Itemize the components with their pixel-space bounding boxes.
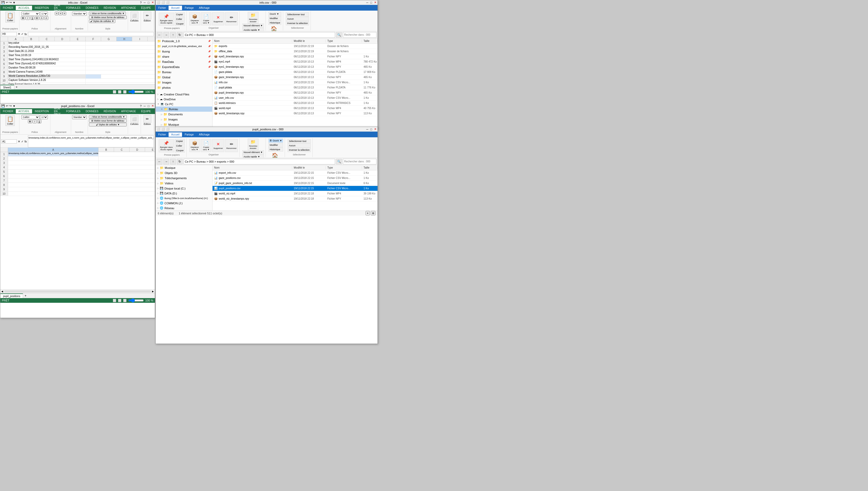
excel2-view-page[interactable]: ⬜ [118,299,121,302]
exp1-ouvrir-btn[interactable]: Ouvrir ▼ [268,12,282,16]
exp2-pin-btn[interactable]: 📌 Épingler dansAccès rapide [159,139,174,152]
exp1-maximize-btn[interactable]: □ [370,1,372,4]
exp1-sidebar-bureau2[interactable]: ▼ 📁 Bureau [156,107,212,112]
exp2-file-pupilgaze[interactable]: 📝pupil_gaze_positions_info.txt 19/11/201… [212,181,377,186]
exp2-tab-accueil[interactable]: Accueil [169,133,182,137]
excel1-view-layout[interactable]: ⬜ [123,90,127,94]
exp1-selectall-btn[interactable]: Sélectionner tout [286,12,309,17]
exp1-copievers-btn[interactable]: 📄 Copiervers ▼ [201,12,211,25]
excel1-qa-dropdown[interactable]: ▼ [13,1,16,4]
exp2-sidebar-videos[interactable]: ▷ 📁 Vidéos [156,181,212,186]
exp2-minimize-btn[interactable]: ─ [366,128,369,131]
excel1-cell-A8[interactable]: World Camera Frames,14348 [8,70,86,75]
excel2-cell-A6[interactable] [8,174,98,178]
excel2-tab-equipe[interactable]: ÉQUIPE [139,109,153,114]
excel1-tab-equipe[interactable]: ÉQUIPE [139,6,153,10]
exp1-file-pupilpld[interactable]: 📄pupil.pldata 06/11/2018 10:13 Fichier P… [212,85,377,90]
exp1-couper-btn[interactable]: Couper [175,22,185,26]
excel1-add-sheet[interactable]: + [14,85,19,89]
exp1-file-intrinsics[interactable]: 📋world.intrinsics 06/11/2018 10:13 Fichi… [212,100,377,106]
exp1-col-name[interactable]: Nom [212,39,292,42]
excel2-italic-btn[interactable]: I [33,120,37,123]
exp2-copy-btn[interactable]: Copier [175,139,185,143]
excel2-cellstyle-btn[interactable]: 🖌 Styles de cellules ▼ [89,123,127,126]
excel1-cell-A9[interactable]: World Camera Resolution,1280x720 [8,75,86,79]
exp1-supprimer-btn[interactable]: ✕ Supprimer [212,12,224,25]
exp2-forward-btn[interactable]: → [164,159,169,165]
excel2-minimize-btn[interactable]: ─ [144,105,146,108]
excel1-col-H[interactable]: H [117,37,132,41]
excel2-table-btn[interactable]: ⊞ Mettre sous forme de tableau ▼ [89,119,127,122]
excel1-undo-icon[interactable]: ↩ [6,1,8,4]
excel1-align-left[interactable]: ≡ [55,12,58,15]
excel2-formula-func[interactable]: fx [25,140,27,143]
excel1-cell-style-btn[interactable]: 🖌 Styles de cellules ▼ [89,20,115,23]
excel1-cell-A5[interactable]: Start Time (System),15414951119.9634922 [8,58,86,62]
excel2-col-C[interactable]: C [114,148,129,152]
excel1-cell-H9[interactable] [86,75,101,79]
excel1-minimize-btn[interactable]: ─ [144,1,146,4]
excel2-fontsize-select[interactable]: 11 [40,115,48,119]
excel1-maximize-btn[interactable]: □ [148,1,149,4]
excel1-tab-affichage[interactable]: AFFICHAGE [119,6,139,10]
exp1-back-btn[interactable]: ← [157,32,163,38]
exp1-sidebar-photos[interactable]: 📁 photos [156,85,212,90]
exp2-sidebar-reseau[interactable]: ▷ 🌐 Réseau [156,206,212,210]
excel1-redo-icon[interactable]: ↪ [9,1,12,4]
excel2-view-layout[interactable]: ⬜ [123,299,127,302]
excel2-cell-A7[interactable] [8,178,98,182]
exp2-move-btn[interactable]: 📦 Déplacervers ▼ [189,139,200,152]
exp2-file-exportinfo[interactable]: 📊export_info.csv 19/11/2018 22:15 Fichie… [212,170,377,176]
exp1-refresh-btn[interactable]: ↻ [177,32,182,38]
exp1-sidebar-images[interactable]: 📁 Images [156,80,212,85]
exp1-sidebar-bureau[interactable]: 📁 Bureau [156,69,212,75]
excel2-conditional-btn[interactable]: ↕ Mise en forme conditionnelle ▼ [89,115,127,119]
exp2-newdossier-btn[interactable]: 📁 Nouveaudossier [248,139,259,150]
excel2-col-E[interactable]: E [145,148,155,152]
excel1-bold-btn[interactable]: B [21,16,25,20]
exp1-sidebar-cloud[interactable]: ▷ ☁ Creative Cloud Files [156,92,212,97]
exp2-nouvel-btn[interactable]: Nouvel élément ▼ [242,150,264,154]
excel1-font-select[interactable]: Calibri [22,12,39,16]
exp2-back-btn[interactable]: ← [157,159,163,165]
exp2-search-btn[interactable]: 🔍 [336,159,342,165]
excel1-col-E[interactable]: E [70,37,86,41]
exp1-minimize-btn[interactable]: ─ [366,1,369,4]
excel1-col-I[interactable]: I [132,37,148,41]
excel1-tab-fichier[interactable]: FICHIER [0,6,16,10]
exp1-sidebar-documents[interactable]: ▷ 📁 Documents [156,112,212,117]
excel1-tab-insertion[interactable]: INSERTION [32,6,51,10]
exp2-qa-2[interactable]: ⬜ [161,127,165,131]
excel2-undo-icon[interactable]: ↩ [6,104,8,108]
excel1-tab-accueil[interactable]: ACCUEIL [16,6,32,10]
exp1-pin-btn[interactable]: 📌 Épingler dansAccès rapide [159,13,174,26]
excel2-save-icon[interactable]: 💾 [1,104,5,108]
excel1-close-btn[interactable]: ✕ [151,1,154,4]
excel2-col-B[interactable]: B [98,148,114,152]
exp2-tab-affichage[interactable]: Affichage [196,133,212,137]
exp2-sidebar-datad[interactable]: ▷ 💾 DATA (D:) [156,191,212,196]
exp2-file-pupilpos[interactable]: 📊pupil_positions.csv 19/11/2018 22:15 Fi… [212,186,377,191]
exp1-sidebar-exported[interactable]: 📁 ExportedData 📌 [156,64,212,69]
excel1-cell-A11[interactable]: Data Format Version,1.8.26 [8,83,86,84]
exp2-col-type[interactable]: Type [326,166,362,169]
excel1-save-icon[interactable]: 💾 [1,1,5,4]
exp2-couper-btn[interactable]: Couper [175,148,185,152]
exp2-renommer-btn[interactable]: ✏ Renommer [225,139,238,152]
exp1-search-input[interactable] [343,32,376,38]
exp2-tab-partage[interactable]: Partage [182,133,196,137]
exp2-view-grid[interactable]: ⊞ [371,211,375,215]
excel1-cell-A3[interactable]: Start Date,06.11.2018 [8,50,86,54]
exp1-renommer-btn[interactable]: ✏ Renommer [225,12,238,25]
excel1-paste-btn[interactable]: 📋 Coller [5,12,15,23]
excel2-tab-donnees[interactable]: DONNÉES [83,109,101,114]
excel1-sheet-tab-1[interactable]: Sheet1 [0,85,14,89]
excel2-underline-btn[interactable]: S [37,120,41,123]
excel2-help[interactable]: ? [140,105,141,108]
exp1-tab-affichage[interactable]: Affichage [196,6,212,10]
exp2-maximize-btn[interactable]: □ [370,128,372,131]
excel1-formula-func[interactable]: fx [25,33,27,36]
exp1-tab-accueil[interactable]: Accueil [169,6,182,10]
excel2-formula-confirm[interactable]: ✓ [21,140,24,143]
excel2-view-normal[interactable]: ⬜ [113,299,116,302]
